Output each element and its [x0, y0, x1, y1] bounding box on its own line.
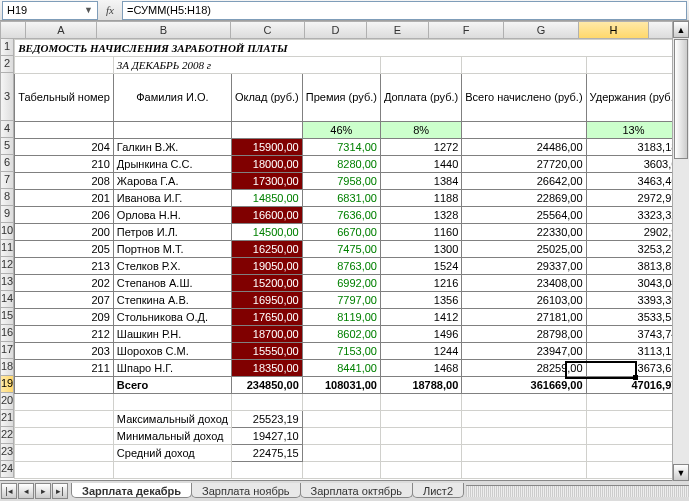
col-header-F[interactable]: F	[429, 21, 504, 39]
col-header-G[interactable]: G	[504, 21, 579, 39]
subtitle-cell[interactable]: ЗА ДЕКАБРЬ 2008 г	[113, 57, 380, 74]
fx-icon[interactable]: fx	[98, 4, 122, 16]
premia-6[interactable]: 7475,00	[302, 241, 380, 258]
vsego-2[interactable]: 26642,00	[462, 173, 586, 190]
empty[interactable]	[380, 428, 461, 445]
row-header-23[interactable]: 23	[0, 444, 14, 461]
scroll-down-button[interactable]: ▼	[673, 464, 689, 481]
tabnum-1[interactable]: 210	[15, 156, 114, 173]
header-F[interactable]: Всего начислено (руб.)	[462, 74, 586, 122]
row-header-3[interactable]: 3	[0, 73, 14, 121]
empty[interactable]	[462, 411, 586, 428]
vsego-11[interactable]: 28798,00	[462, 326, 586, 343]
uderzh-8[interactable]: 3043,04	[586, 275, 681, 292]
doplata-7[interactable]: 1524	[380, 258, 461, 275]
tot-E[interactable]: 18788,00	[380, 377, 461, 394]
title-cell[interactable]: ВЕДОМОСТЬ НАЧИСЛЕНИЯ ЗАРАБОТНОЙ ПЛАТЫ	[15, 40, 689, 57]
header-C[interactable]: Оклад (руб.)	[231, 74, 302, 122]
summary-label-1[interactable]: Минимальный доход	[113, 428, 231, 445]
uderzh-9[interactable]: 3393,39	[586, 292, 681, 309]
empty[interactable]	[380, 394, 461, 411]
row-header-7[interactable]: 7	[0, 172, 14, 189]
uderzh-12[interactable]: 3113,11	[586, 343, 681, 360]
pct-doplata[interactable]: 8%	[380, 122, 461, 139]
tabnum-12[interactable]: 203	[15, 343, 114, 360]
name-box-dropdown-icon[interactable]: ▼	[84, 5, 93, 15]
row-header-14[interactable]: 14	[0, 291, 14, 308]
header-B[interactable]: Фамилия И.О.	[113, 74, 231, 122]
header-G[interactable]: Удержания (руб.)	[586, 74, 681, 122]
doplata-10[interactable]: 1412	[380, 309, 461, 326]
uderzh-2[interactable]: 3463,46	[586, 173, 681, 190]
row-header-2[interactable]: 2	[0, 56, 14, 73]
empty[interactable]	[380, 445, 461, 462]
empty[interactable]	[15, 394, 114, 411]
vsego-7[interactable]: 29337,00	[462, 258, 586, 275]
tabnum-9[interactable]: 207	[15, 292, 114, 309]
premia-13[interactable]: 8441,00	[302, 360, 380, 377]
col-header-D[interactable]: D	[305, 21, 367, 39]
oklad-13[interactable]: 18350,00	[231, 360, 302, 377]
uderzh-4[interactable]: 3323,32	[586, 207, 681, 224]
row-header-19[interactable]: 19	[0, 376, 14, 393]
r4-A[interactable]	[15, 122, 114, 139]
formula-bar[interactable]: =СУММ(H5:H18)	[122, 1, 687, 20]
empty[interactable]	[15, 57, 114, 74]
horizontal-scrollbar[interactable]	[466, 485, 689, 497]
tab-nav-prev[interactable]: ◂	[18, 483, 34, 499]
vsego-13[interactable]: 28259,00	[462, 360, 586, 377]
fio-3[interactable]: Иванова И.Г.	[113, 190, 231, 207]
r4-F[interactable]	[462, 122, 586, 139]
uderzh-6[interactable]: 3253,25	[586, 241, 681, 258]
row-header-6[interactable]: 6	[0, 155, 14, 172]
tabnum-5[interactable]: 200	[15, 224, 114, 241]
premia-0[interactable]: 7314,00	[302, 139, 380, 156]
empty[interactable]	[15, 428, 114, 445]
row-header-20[interactable]: 20	[0, 393, 14, 410]
empty[interactable]	[231, 462, 302, 479]
empty[interactable]	[462, 428, 586, 445]
empty[interactable]	[462, 57, 586, 74]
tabnum-13[interactable]: 211	[15, 360, 114, 377]
fio-11[interactable]: Шашкин Р.Н.	[113, 326, 231, 343]
row-header-8[interactable]: 8	[0, 189, 14, 206]
summary-value-1[interactable]: 19427,10	[231, 428, 302, 445]
row-header-22[interactable]: 22	[0, 427, 14, 444]
oklad-6[interactable]: 16250,00	[231, 241, 302, 258]
fio-9[interactable]: Степкина А.В.	[113, 292, 231, 309]
empty[interactable]	[586, 394, 681, 411]
uderzh-13[interactable]: 3673,67	[586, 360, 681, 377]
cells-area[interactable]: ВЕДОМОСТЬ НАЧИСЛЕНИЯ ЗАРАБОТНОЙ ПЛАТЫЗА …	[14, 39, 689, 480]
fio-4[interactable]: Орлова Н.Н.	[113, 207, 231, 224]
vsego-9[interactable]: 26103,00	[462, 292, 586, 309]
doplata-12[interactable]: 1244	[380, 343, 461, 360]
fio-7[interactable]: Стелков Р.Х.	[113, 258, 231, 275]
premia-11[interactable]: 8602,00	[302, 326, 380, 343]
doplata-6[interactable]: 1300	[380, 241, 461, 258]
empty[interactable]	[302, 411, 380, 428]
name-box[interactable]: H19 ▼	[2, 1, 98, 20]
pct-uderzh[interactable]: 13%	[586, 122, 681, 139]
premia-10[interactable]: 8119,00	[302, 309, 380, 326]
fio-8[interactable]: Степанов А.Ш.	[113, 275, 231, 292]
tot-C[interactable]: 234850,00	[231, 377, 302, 394]
oklad-4[interactable]: 16600,00	[231, 207, 302, 224]
premia-5[interactable]: 6670,00	[302, 224, 380, 241]
sheet-tab-0[interactable]: Зарплата декабрь	[71, 483, 192, 498]
doplata-13[interactable]: 1468	[380, 360, 461, 377]
empty[interactable]	[380, 411, 461, 428]
r4-C[interactable]	[231, 122, 302, 139]
tot-A[interactable]	[15, 377, 114, 394]
oklad-11[interactable]: 18700,00	[231, 326, 302, 343]
premia-3[interactable]: 6831,00	[302, 190, 380, 207]
premia-12[interactable]: 7153,00	[302, 343, 380, 360]
premia-4[interactable]: 7636,00	[302, 207, 380, 224]
oklad-9[interactable]: 16950,00	[231, 292, 302, 309]
oklad-10[interactable]: 17650,00	[231, 309, 302, 326]
empty[interactable]	[462, 462, 586, 479]
premia-7[interactable]: 8763,00	[302, 258, 380, 275]
doplata-5[interactable]: 1160	[380, 224, 461, 241]
row-header-4[interactable]: 4	[0, 121, 14, 138]
empty[interactable]	[586, 462, 681, 479]
uderzh-0[interactable]: 3183,18	[586, 139, 681, 156]
